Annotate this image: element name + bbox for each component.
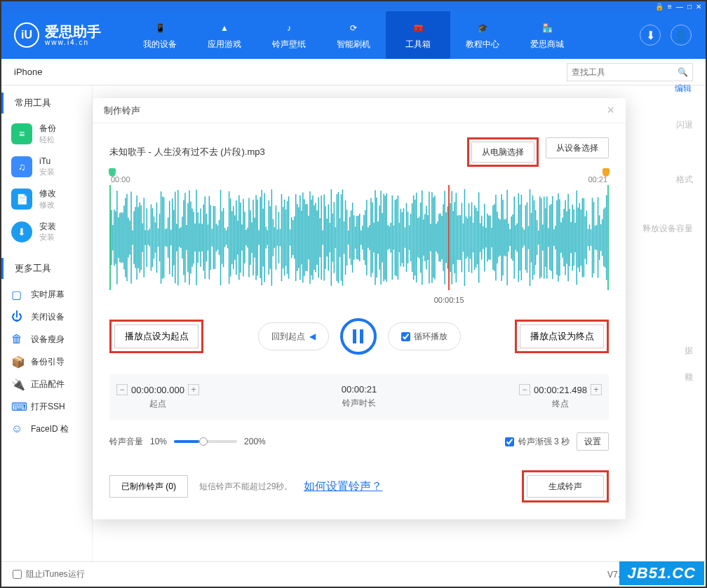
end-marker[interactable]: [602, 168, 610, 177]
svg-rect-125: [287, 201, 288, 274]
generate-button[interactable]: 生成铃声: [527, 475, 604, 498]
svg-rect-56: [189, 191, 190, 285]
titlebar-max-icon[interactable]: □: [687, 3, 692, 11]
svg-rect-139: [307, 204, 308, 271]
nav-tutorial[interactable]: 🎓教程中心: [450, 11, 515, 59]
user-icon: 👤: [674, 29, 688, 42]
svg-rect-68: [206, 214, 208, 261]
nav-device[interactable]: 📱我的设备: [128, 11, 192, 59]
svg-rect-158: [334, 202, 335, 273]
sidebar-item-genuine[interactable]: 🔌正品配件: [11, 373, 92, 395]
download-button[interactable]: ⬇: [640, 25, 661, 46]
titlebar-min-icon[interactable]: —: [676, 3, 683, 11]
svg-rect-55: [187, 203, 189, 273]
sidebar-item-itunes[interactable]: ♫ iTu安装: [11, 151, 92, 184]
fade-settings-button[interactable]: 设置: [577, 432, 609, 451]
svg-rect-127: [290, 229, 291, 245]
made-ringtones-button[interactable]: 已制作铃声 (0): [109, 475, 188, 498]
svg-rect-246: [459, 215, 460, 260]
nav-toolbox[interactable]: 🧰工具箱: [386, 11, 450, 59]
nav-apps[interactable]: ▲应用游戏: [192, 11, 257, 59]
svg-rect-69: [208, 224, 209, 250]
start-plus[interactable]: +: [188, 384, 199, 395]
svg-rect-305: [542, 224, 544, 250]
from-device-button[interactable]: 从设备选择: [546, 137, 609, 158]
sidebar-item-backup-guide[interactable]: 📦备份引导: [11, 350, 92, 373]
edit-link[interactable]: 编辑: [675, 83, 692, 95]
waveform[interactable]: 00:00 00:21 00:00:15: [109, 175, 609, 290]
svg-rect-164: [342, 189, 344, 285]
svg-rect-210: [408, 212, 409, 264]
end-plus[interactable]: +: [591, 384, 602, 395]
set-start-button[interactable]: 播放点设为起点: [114, 324, 198, 348]
fade-checkbox[interactable]: 铃声渐强 3 秒: [505, 436, 570, 448]
sidebar-item-modify[interactable]: 📄 修改修改: [11, 183, 92, 216]
search-input[interactable]: [572, 67, 678, 77]
titlebar-close-icon[interactable]: ✕: [696, 3, 701, 11]
svg-rect-177: [361, 231, 362, 245]
slider-thumb[interactable]: [199, 437, 208, 446]
nav-mall[interactable]: 🏪爱思商城: [515, 11, 579, 59]
ghost-flash: 闪退: [676, 119, 693, 131]
svg-rect-263: [483, 226, 484, 249]
svg-rect-52: [183, 200, 184, 275]
start-marker[interactable]: [109, 168, 116, 177]
sidebar-item-realtime[interactable]: ▢实时屏幕: [11, 283, 92, 306]
book-icon: 🎓: [475, 20, 490, 36]
svg-rect-271: [494, 204, 495, 271]
svg-rect-292: [524, 230, 525, 245]
svg-rect-28: [149, 228, 151, 246]
svg-rect-12: [126, 194, 128, 282]
svg-rect-279: [505, 219, 506, 256]
svg-rect-66: [203, 205, 204, 271]
svg-rect-78: [220, 190, 222, 285]
user-button[interactable]: 👤: [671, 25, 692, 46]
svg-rect-98: [248, 198, 250, 277]
svg-rect-157: [332, 214, 334, 262]
svg-rect-140: [308, 216, 309, 259]
titlebar-lock-icon[interactable]: 🔒: [655, 3, 664, 11]
svg-rect-86: [231, 211, 233, 264]
close-icon[interactable]: ×: [607, 103, 614, 118]
shop-icon: 🏪: [539, 20, 555, 36]
svg-rect-121: [281, 194, 283, 281]
svg-rect-203: [398, 196, 399, 280]
svg-rect-251: [466, 217, 467, 259]
svg-rect-222: [424, 214, 426, 261]
svg-rect-205: [400, 209, 402, 266]
sidebar-item-slim[interactable]: 🗑设备瘦身: [11, 328, 92, 350]
hint-link[interactable]: 如何设置铃声？: [304, 479, 382, 494]
tool-search[interactable]: 🔍: [567, 63, 693, 81]
svg-rect-50: [180, 227, 182, 248]
sidebar-item-shutdown[interactable]: ⏻关闭设备: [11, 306, 92, 328]
playhead[interactable]: [448, 185, 450, 290]
terminal-icon: ⌨: [11, 400, 24, 413]
svg-rect-47: [176, 224, 177, 252]
svg-rect-6: [118, 217, 119, 258]
titlebar-menu-icon[interactable]: ≡: [668, 3, 672, 11]
block-itunes-checkbox[interactable]: 阻止iTunes运行: [13, 568, 85, 580]
sidebar-item-backup[interactable]: ≡ 备份轻松: [11, 118, 92, 151]
play-pause-button[interactable]: [340, 318, 377, 355]
sidebar-item-install[interactable]: ⬇ 安装安装: [11, 216, 92, 249]
download-icon: ⬇: [646, 29, 655, 42]
search-icon[interactable]: 🔍: [678, 67, 688, 77]
device-name[interactable]: iPhone: [14, 67, 42, 77]
volume-slider[interactable]: [174, 440, 237, 443]
pause-icon: [353, 329, 363, 343]
from-computer-button[interactable]: 从电脑选择: [471, 142, 534, 163]
back-to-start-button[interactable]: 回到起点◀: [271, 331, 316, 343]
set-end-button[interactable]: 播放点设为终点: [520, 324, 604, 348]
svg-rect-321: [565, 200, 566, 275]
start-minus[interactable]: −: [116, 384, 128, 395]
svg-rect-94: [243, 199, 244, 276]
end-minus[interactable]: −: [519, 384, 530, 395]
sidebar-item-ssh[interactable]: ⌨打开SSH: [11, 395, 92, 418]
nav-flash[interactable]: ⟳智能刷机: [321, 11, 386, 59]
nav-ringtone[interactable]: ♪铃声壁纸: [257, 11, 321, 59]
loop-checkbox[interactable]: 循环播放: [401, 331, 447, 343]
svg-rect-2: [112, 225, 114, 250]
svg-rect-291: [523, 228, 524, 248]
sidebar-item-faceid[interactable]: ☺FaceID 检: [11, 418, 92, 440]
svg-rect-171: [352, 203, 354, 273]
